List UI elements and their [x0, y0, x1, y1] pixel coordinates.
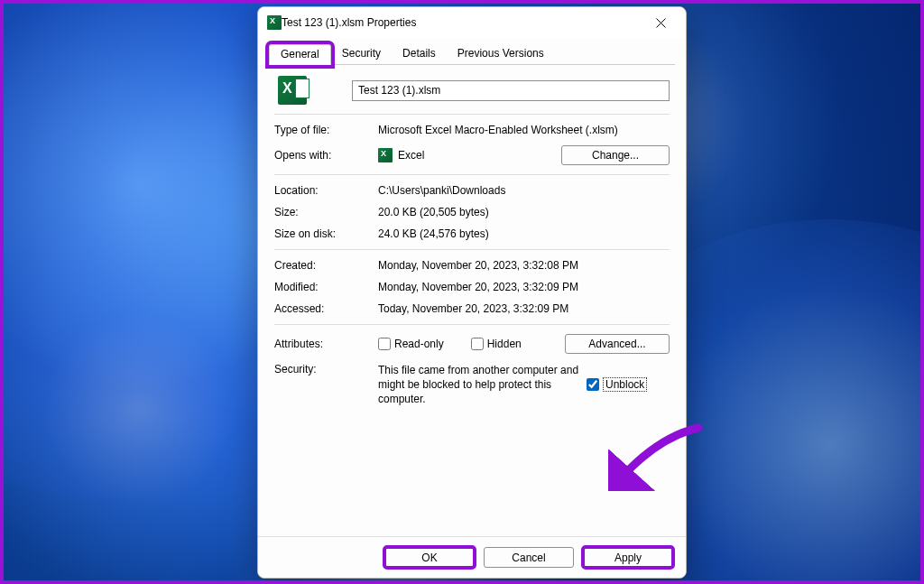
tab-strip: General Security Details Previous Versio…	[269, 43, 675, 65]
opens-with-app: Excel	[398, 149, 424, 162]
separator	[274, 249, 670, 250]
titlebar: Test 123 (1).xlsm Properties	[258, 7, 686, 38]
window-title: Test 123 (1).xlsm Properties	[282, 16, 416, 29]
tab-general[interactable]: General	[269, 44, 331, 65]
security-label: Security:	[274, 363, 378, 407]
close-icon	[656, 18, 666, 28]
separator	[274, 114, 670, 115]
ok-button[interactable]: OK	[384, 547, 475, 568]
accessed-label: Accessed:	[274, 302, 378, 315]
advanced-button[interactable]: Advanced...	[565, 334, 670, 354]
size-value: 20.0 KB (20,505 bytes)	[378, 206, 670, 218]
hidden-checkbox-wrapper[interactable]: Hidden	[471, 338, 522, 350]
readonly-checkbox-wrapper[interactable]: Read-only	[378, 338, 444, 350]
modified-value: Monday, November 20, 2023, 3:32:09 PM	[378, 281, 670, 293]
file-type-icon	[278, 76, 307, 105]
modified-label: Modified:	[274, 281, 378, 293]
hidden-label: Hidden	[487, 338, 522, 350]
accessed-value: Today, November 20, 2023, 3:32:09 PM	[378, 302, 670, 315]
security-text: This file came from another computer and…	[378, 363, 581, 407]
type-of-file-label: Type of file:	[274, 124, 378, 136]
readonly-label: Read-only	[394, 338, 444, 350]
size-label: Size:	[274, 206, 378, 218]
separator	[274, 324, 670, 325]
unblock-label: Unblock	[603, 377, 647, 392]
excel-app-icon	[378, 148, 393, 162]
unblock-wrapper[interactable]: Unblock	[587, 363, 647, 407]
opens-with-label: Opens with:	[274, 149, 378, 162]
tab-security[interactable]: Security	[331, 44, 392, 65]
size-on-disk-value: 24.0 KB (24,576 bytes)	[378, 227, 670, 240]
close-button[interactable]	[641, 9, 680, 36]
size-on-disk-label: Size on disk:	[274, 227, 378, 240]
created-label: Created:	[274, 259, 378, 272]
location-label: Location:	[274, 184, 378, 197]
type-of-file-value: Microsoft Excel Macro-Enabled Worksheet …	[378, 124, 670, 136]
properties-dialog: Test 123 (1).xlsm Properties General Sec…	[257, 6, 687, 579]
location-value: C:\Users\panki\Downloads	[378, 184, 670, 197]
apply-button[interactable]: Apply	[583, 547, 673, 568]
hidden-checkbox[interactable]	[471, 338, 484, 350]
readonly-checkbox[interactable]	[378, 338, 391, 350]
change-button[interactable]: Change...	[561, 145, 670, 165]
cancel-button[interactable]: Cancel	[484, 547, 574, 568]
excel-file-icon	[267, 15, 282, 30]
button-bar: OK Cancel Apply	[258, 536, 686, 578]
separator	[274, 174, 670, 175]
tab-previous-versions[interactable]: Previous Versions	[447, 44, 555, 65]
filename-input[interactable]	[352, 80, 670, 101]
created-value: Monday, November 20, 2023, 3:32:08 PM	[378, 259, 670, 272]
attributes-label: Attributes:	[274, 338, 378, 350]
tab-details[interactable]: Details	[392, 44, 447, 65]
unblock-checkbox[interactable]	[587, 378, 599, 391]
tab-content: Type of file: Microsoft Excel Macro-Enab…	[258, 65, 686, 536]
